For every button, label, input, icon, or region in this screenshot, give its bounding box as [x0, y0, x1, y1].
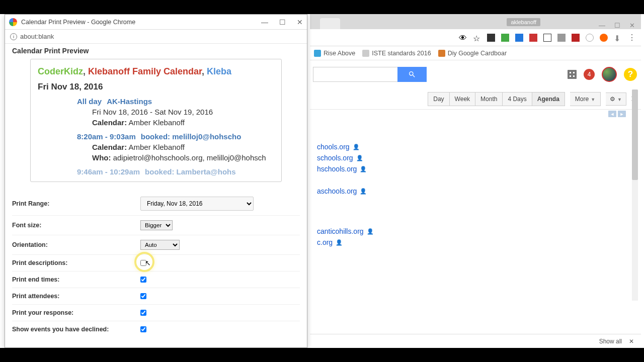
browser-toolbar: 👁 ☆ ▾ ⬇ ⋮	[310, 29, 641, 46]
ext-icon[interactable]: ▾	[515, 34, 523, 42]
ext-icon[interactable]	[586, 34, 594, 42]
ext-icon[interactable]	[543, 34, 551, 42]
minimize-icon[interactable]: —	[599, 22, 605, 29]
pager-prev-icon[interactable]: ◄	[608, 111, 616, 117]
view-week[interactable]: Week	[450, 92, 475, 106]
font-size-select[interactable]: Bigger	[140, 220, 173, 230]
help-icon[interactable]: ?	[624, 68, 637, 81]
maximize-icon[interactable]: ☐	[279, 18, 286, 26]
person-icon: 👤	[367, 228, 374, 235]
agenda-item[interactable]: c.org👤	[317, 238, 634, 246]
info-icon: i	[10, 33, 17, 40]
orientation-select[interactable]: Auto	[140, 240, 180, 250]
person-icon: 👤	[360, 188, 367, 195]
person-icon: 👤	[356, 155, 363, 161]
view-day[interactable]: Day	[428, 92, 449, 106]
bookmark-item[interactable]: ISTE standards 2016	[362, 50, 431, 57]
menu-icon[interactable]: ⋮	[628, 33, 636, 42]
apps-icon[interactable]	[568, 70, 577, 79]
highlight-ring	[134, 252, 154, 272]
app-header: 4 ?	[310, 60, 641, 88]
downloads-bar: Show all ✕	[310, 334, 641, 348]
show-declined-checkbox[interactable]	[140, 326, 146, 332]
agenda-item[interactable]: canticohills.org👤	[317, 227, 634, 235]
favicon-icon	[314, 50, 321, 57]
bookmark-item[interactable]: Diy Google Cardboar	[438, 50, 507, 57]
orientation-label: Orientation:	[12, 241, 140, 248]
url-text: about:blank	[20, 33, 54, 40]
calendar-names: CoderKidz, Klebanoff Family Calendar, Kl…	[38, 66, 274, 77]
event-item: All dayAK-Hastings Fri Nov 18, 2016 - Sa…	[77, 96, 274, 128]
print-range-select[interactable]: Friday, Nov 18, 2016	[140, 197, 254, 211]
print-attendees-checkbox[interactable]	[140, 293, 146, 299]
agenda-item[interactable]: chools.org👤	[317, 143, 634, 151]
print-end-times-checkbox[interactable]	[140, 277, 146, 283]
print-attendees-label: Print attendees:	[12, 293, 140, 300]
search-input[interactable]	[313, 67, 397, 82]
view-month[interactable]: Month	[475, 92, 503, 106]
person-icon: 👤	[353, 144, 360, 150]
print-options: Print Range: Friday, Nov 18, 2016 Font s…	[12, 192, 300, 337]
user-badge: aklebanoff	[507, 18, 540, 26]
chevron-down-icon: ▼	[591, 97, 595, 102]
agenda-item[interactable]: hschools.org👤	[317, 165, 634, 173]
show-all-link[interactable]: Show all	[599, 338, 622, 345]
background-window: aklebanoff — ☐ ✕ 👁 ☆ ▾ ⬇ ⋮ Rise Above IS…	[310, 14, 641, 348]
favicon-icon	[362, 50, 369, 57]
view-switcher: Day Week Month 4 Days Agenda More▼ ⚙▼ ✕	[310, 88, 641, 110]
browser-tab-strip: aklebanoff — ☐ ✕	[310, 14, 641, 29]
scrollbar-thumb[interactable]	[632, 89, 638, 180]
print-response-checkbox[interactable]	[140, 310, 146, 316]
ext-icon[interactable]	[600, 34, 608, 42]
date-header: Fri Nov 18, 2016	[38, 82, 274, 92]
settings-button[interactable]: ⚙▼	[606, 93, 626, 106]
show-declined-label: Show events you have declined:	[12, 326, 140, 333]
cursor-icon: ↖	[145, 259, 151, 267]
search-icon	[408, 70, 416, 78]
eye-icon[interactable]: 👁	[459, 34, 467, 42]
address-bar[interactable]: i about:blank	[5, 30, 307, 44]
ext-icon[interactable]	[487, 34, 495, 42]
bookmark-item[interactable]: Rise Above	[314, 50, 355, 57]
browser-tab[interactable]	[320, 18, 340, 29]
minimize-icon[interactable]: —	[261, 18, 268, 26]
download-icon[interactable]: ⬇	[614, 34, 622, 42]
print-preview-area: CoderKidz, Klebanoff Family Calendar, Kl…	[30, 59, 282, 182]
page-title: Calendar Print Preview	[12, 47, 300, 55]
scrollbar[interactable]	[632, 89, 638, 301]
agenda-item[interactable]: schools.org👤	[317, 154, 634, 162]
close-icon[interactable]: ✕	[297, 18, 303, 26]
view-4days[interactable]: 4 Days	[503, 92, 532, 106]
close-icon[interactable]: ✕	[629, 338, 634, 345]
person-icon: 👤	[336, 239, 343, 246]
ext-icon[interactable]	[557, 34, 566, 42]
maximize-icon[interactable]: ☐	[614, 22, 620, 29]
more-menu[interactable]: More▼	[570, 92, 601, 106]
print-preview-window: Calendar Print Preview - Google Chrome —…	[5, 14, 307, 348]
gear-icon: ⚙	[610, 96, 615, 103]
view-agenda[interactable]: Agenda	[532, 92, 565, 106]
pager-next-icon[interactable]: ►	[618, 111, 626, 117]
star-icon[interactable]: ☆	[473, 34, 481, 42]
avatar[interactable]	[602, 67, 617, 82]
search-button[interactable]	[397, 67, 427, 82]
shield-icon[interactable]	[572, 34, 580, 42]
event-range: Fri Nov 18, 2016 - Sat Nov 19, 2016	[92, 107, 274, 117]
print-range-label: Print Range:	[12, 200, 140, 207]
favicon-icon	[438, 50, 445, 57]
pager: ◄ ►	[608, 111, 626, 117]
event-item: 9:46am - 10:29ambooked: Lamberta@hohs	[77, 166, 274, 177]
close-icon[interactable]: ✕	[629, 22, 635, 29]
print-response-label: Print your response:	[12, 309, 140, 316]
agenda-content: ◄ ► chools.org👤 schools.org👤 hschools.or…	[310, 110, 641, 256]
font-size-label: Font size:	[12, 222, 140, 229]
agenda-item[interactable]: aschools.org👤	[317, 187, 634, 195]
chrome-icon	[9, 18, 17, 26]
window-title-bar: Calendar Print Preview - Google Chrome —…	[5, 15, 307, 30]
chevron-down-icon: ▼	[617, 97, 622, 102]
ext-icon[interactable]	[529, 34, 537, 42]
person-icon: 👤	[360, 166, 367, 172]
bookmark-bar: Rise Above ISTE standards 2016 Diy Googl…	[310, 46, 641, 60]
notifications-badge[interactable]: 4	[584, 69, 595, 80]
ext-icon[interactable]	[501, 34, 509, 42]
